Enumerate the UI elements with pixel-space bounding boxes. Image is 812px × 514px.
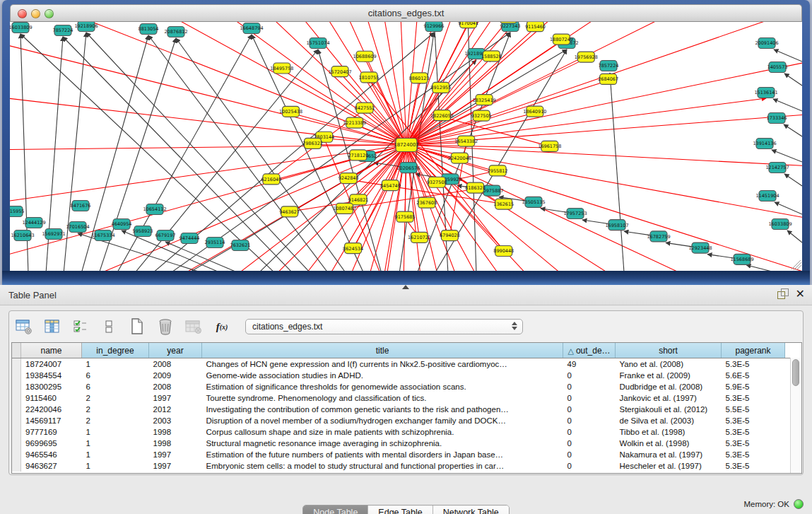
table-cell[interactable]: 5.3E-5 [722, 426, 785, 438]
table-cell[interactable]: Estimation of the future numbers of pati… [202, 449, 563, 460]
table-select-combo[interactable]: citations_edges.txt [245, 319, 523, 334]
table-cell[interactable]: 0 [563, 460, 616, 472]
table-cell[interactable]: 5.3E-5 [722, 460, 785, 472]
table-cell[interactable]: 2008 [149, 381, 202, 392]
resize-grip-icon[interactable] [792, 260, 801, 270]
scrollbar-thumb[interactable] [792, 359, 799, 386]
table-cell[interactable]: 6 [82, 370, 149, 381]
table-cell[interactable]: Investigating the contribution of common… [202, 404, 563, 415]
table-cell[interactable]: 5.3E-5 [722, 438, 785, 449]
splitter-handle-icon[interactable] [402, 285, 409, 289]
column-header-in_degree[interactable]: in_degree [82, 343, 149, 358]
table-cell[interactable]: 9463627 [21, 460, 82, 472]
table-cell[interactable]: 2 [82, 404, 149, 415]
table-cell[interactable]: 0 [563, 392, 616, 404]
table-cell[interactable]: 1998 [149, 438, 202, 449]
table-cell[interactable]: Dudbridge et al. (2008) [616, 381, 722, 392]
table-panel-header[interactable]: Table Panel ✕ [0, 285, 812, 305]
table-cell[interactable]: Wolkin et al. (1998) [616, 438, 722, 449]
table-cell[interactable]: 1 [82, 449, 149, 460]
float-panel-icon[interactable] [777, 288, 789, 299]
table-row[interactable]: 946554611997Estimation of the future num… [12, 449, 790, 460]
table-cell[interactable]: 14569117 [21, 415, 82, 426]
table-cell[interactable]: 1 [82, 358, 149, 370]
table-cell[interactable]: 0 [563, 438, 616, 449]
table-row[interactable]: 1830029562008Estimation of significance … [12, 381, 790, 392]
table-cell[interactable]: de Silva et al. (2003) [616, 415, 722, 426]
table-cell[interactable]: 0 [563, 381, 616, 392]
table-cell[interactable]: 2 [82, 415, 149, 426]
table-row[interactable]: 1456911722003Disruption of a novel membe… [12, 415, 790, 426]
table-cell[interactable]: 2009 [149, 370, 202, 381]
table-cell[interactable]: 1 [82, 426, 149, 438]
delete-trash-icon[interactable] [156, 317, 175, 336]
table-cell[interactable]: 0 [563, 370, 616, 381]
table-cell[interactable]: 0 [563, 415, 616, 426]
table-cell[interactable]: Jankovic et al. (1997) [616, 392, 722, 404]
table-cell[interactable]: 19384554 [21, 370, 82, 381]
table-cell[interactable]: 2012 [149, 404, 202, 415]
table-cell[interactable]: 9115460 [21, 392, 82, 404]
table-cell[interactable]: 0 [563, 404, 616, 415]
column-header-name[interactable]: name [21, 343, 82, 358]
table-cell[interactable]: 49 [563, 358, 616, 370]
new-file-icon[interactable] [128, 317, 146, 336]
table-cell[interactable]: 1 [82, 438, 149, 449]
column-header-year[interactable]: year [149, 343, 202, 358]
table-cell[interactable]: 1997 [149, 460, 202, 472]
table-cell[interactable]: 18300295 [21, 381, 82, 392]
table-row[interactable]: 1872400712008Changes of HCN gene express… [12, 358, 790, 370]
table-cell[interactable]: 1997 [149, 449, 202, 460]
column-header-title[interactable]: title [202, 343, 563, 358]
table-cell[interactable]: Genome-wide association studies in ADHD. [202, 370, 563, 381]
table-cell[interactable]: Yano et al. (2008) [616, 358, 722, 370]
table-cell[interactable]: 2008 [149, 358, 202, 370]
row-handles-icon[interactable] [100, 317, 118, 336]
table-cell[interactable]: 1997 [149, 392, 202, 404]
table-cell[interactable]: 5.3E-5 [722, 358, 785, 370]
table-cell[interactable]: 18724007 [21, 358, 82, 370]
table-row[interactable]: 969969511998Structural magnetic resonanc… [12, 438, 790, 449]
table-mode-icon[interactable] [15, 317, 33, 336]
table-cell[interactable]: Disruption of a novel member of a sodium… [202, 415, 563, 426]
table-cell[interactable]: Stergiakouli et al. (2012) [616, 404, 722, 415]
table-cell[interactable]: 6 [82, 381, 149, 392]
table-cell[interactable]: 5.3E-5 [722, 449, 785, 460]
table-row[interactable]: 1938455462009Genome-wide association stu… [12, 370, 790, 381]
show-columns-icon[interactable] [43, 317, 61, 336]
table-row[interactable]: 946362711997Embryonic stem cells: a mode… [12, 460, 790, 472]
network-window-titlebar[interactable]: citations_edges.txt [10, 4, 802, 22]
column-header-pagerank[interactable]: pagerank [722, 343, 785, 358]
table-cell[interactable]: 2003 [149, 415, 202, 426]
table-cell[interactable]: 9699695 [21, 438, 82, 449]
table-cell[interactable]: 5.3E-5 [722, 415, 785, 426]
table-cell[interactable]: Changes of HCN gene expression and I(f) … [202, 358, 563, 370]
table-cell[interactable]: 9777169 [21, 426, 82, 438]
network-canvas[interactable]: 1603380978572241921890688130542087681216… [10, 22, 802, 271]
table-row[interactable]: 977716911998Corpus callosum shape and si… [12, 426, 790, 438]
table-cell[interactable]: Estimation of significance thresholds fo… [202, 381, 563, 392]
column-header-short[interactable]: short [616, 343, 722, 358]
memory-indicator[interactable]: Memory: OK [743, 499, 804, 509]
table-cell[interactable]: 0 [563, 426, 616, 438]
table-cell[interactable]: Nakamura et al. (1997) [616, 449, 722, 460]
table-cell[interactable]: Franke et al. (2009) [616, 370, 722, 381]
table-cell[interactable]: Corpus callosum shape and size in male p… [202, 426, 563, 438]
column-header-out_de[interactable]: △out_de… [563, 343, 616, 358]
table-cell[interactable]: 22420046 [21, 404, 82, 415]
table-cell[interactable]: Tourette syndrome. Phenomenology and cla… [202, 392, 563, 404]
table-cell[interactable]: 5.6E-5 [722, 370, 785, 381]
select-columns-icon[interactable] [71, 317, 90, 336]
table-cell[interactable]: 0 [563, 449, 616, 460]
table-cell[interactable]: 5.3E-5 [722, 392, 785, 404]
function-builder-icon[interactable]: f(x) [213, 317, 231, 336]
table-cell[interactable]: 2 [82, 392, 149, 404]
table-cell[interactable]: Hescheler et al. (1997) [616, 460, 722, 472]
table-row[interactable]: 2242004622012Investigating the contribut… [12, 404, 790, 415]
table-cell[interactable]: Embryonic stem cells: a model to study s… [202, 460, 563, 472]
table-cell[interactable]: 9465546 [21, 449, 82, 460]
table-cell[interactable]: Structural magnetic resonance image aver… [202, 438, 563, 449]
table-cell[interactable]: 5.5E-5 [722, 404, 785, 415]
table-cell[interactable]: 5.9E-5 [722, 381, 785, 392]
table-cell[interactable]: Tibbo et al. (1998) [616, 426, 722, 438]
